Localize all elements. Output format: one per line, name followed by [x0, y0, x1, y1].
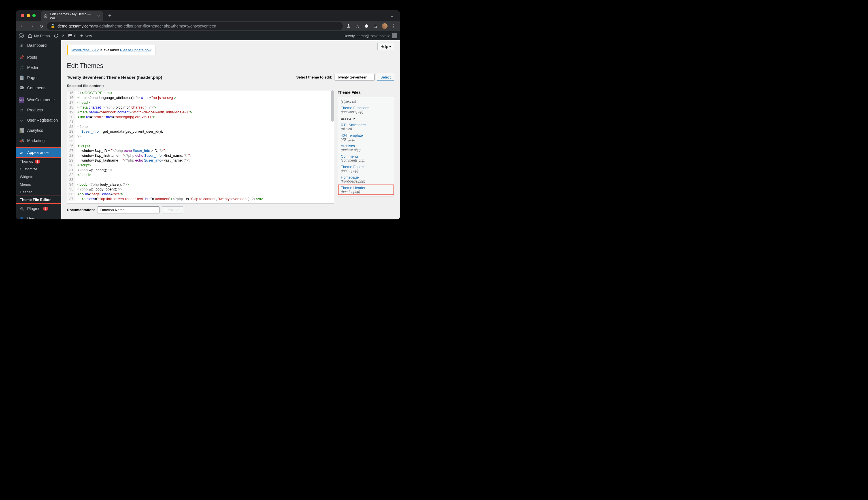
theme-file-item[interactable]: assets ▸ — [338, 115, 394, 122]
code-line[interactable]: 33 — [67, 177, 334, 182]
address-bar[interactable]: 🔒 demo.getsamy.com/wp-admin/theme-editor… — [47, 22, 343, 30]
sidebar-item-media[interactable]: 🎵Media — [16, 62, 61, 72]
pages-icon: 📄 — [19, 75, 24, 80]
theme-file-item[interactable]: 404 Template(404.php) — [338, 132, 394, 143]
tabs-dropdown-icon[interactable]: ⌄ — [387, 13, 397, 19]
chevron-down-icon: ▾ — [389, 45, 391, 49]
select-button[interactable]: Select — [377, 74, 394, 81]
sidebar-item-user-registration[interactable]: 🛡User Registration — [16, 115, 61, 125]
code-line[interactable]: 27 window.$wp_ID = "<?php echo $user_inf… — [67, 148, 334, 153]
sidebar-item-dashboard[interactable]: ◉Dashboard — [16, 40, 61, 50]
code-line[interactable]: 31<?php wp_head(); ?> — [67, 168, 334, 172]
wp-logo-icon[interactable] — [19, 33, 24, 38]
browser-tab[interactable]: Edit Themes ‹ My Demo — Wo… ✕ — [41, 11, 103, 21]
comment-icon: 💬 — [19, 85, 24, 91]
code-editor[interactable]: 15?><!DOCTYPE html>16<html <?php languag… — [67, 90, 334, 204]
tab-title: Edit Themes ‹ My Demo — Wo… — [50, 12, 95, 20]
code-line[interactable]: 26<script> — [67, 144, 334, 148]
close-window-button[interactable] — [21, 14, 24, 17]
code-line[interactable]: 36<div id="page" class="site"> — [67, 192, 334, 196]
function-select[interactable]: Function Name... — [97, 206, 160, 214]
code-line[interactable]: 19<meta name="viewport" content="width=d… — [67, 110, 334, 114]
code-line[interactable]: 35<?php wp_body_open(); ?> — [67, 187, 334, 192]
new-tab-button[interactable]: + — [106, 13, 114, 19]
code-line[interactable]: 21 — [67, 119, 334, 124]
bookmark-star-icon[interactable]: ☆ — [354, 22, 361, 30]
reload-button[interactable]: ⟳ — [37, 22, 45, 30]
sidebar-item-comments[interactable]: 💬Comments — [16, 83, 61, 93]
extensions-icon[interactable] — [363, 22, 371, 30]
code-line[interactable]: 18<meta charset="<?php bloginfo( 'charse… — [67, 105, 334, 110]
profile-avatar-icon[interactable] — [381, 22, 389, 30]
code-line[interactable]: 32</head> — [67, 172, 334, 177]
code-line[interactable]: 22<?php — [67, 124, 334, 129]
theme-file-item[interactable]: Theme Functions(functions.php) — [338, 105, 394, 115]
sidebar-item-woocommerce[interactable]: wooWooCommerce — [16, 95, 61, 105]
themes-badge: 5 — [35, 160, 40, 163]
file-heading: Twenty Seventeen: Theme Header (header.p… — [67, 75, 162, 80]
new-content-link[interactable]: + New — [80, 33, 92, 38]
sidebar-sub-themes[interactable]: Themes 5 — [16, 158, 61, 165]
maximize-window-button[interactable] — [32, 14, 36, 17]
forward-button[interactable]: → — [28, 22, 36, 30]
theme-file-item[interactable]: Archives(archive.php) — [338, 143, 394, 153]
plug-icon: 🔌 — [19, 206, 24, 212]
sidebar-item-users[interactable]: 👤Users — [16, 214, 61, 219]
user-avatar-icon — [392, 33, 397, 38]
code-line[interactable]: 23 $user_info = get_userdata(get_current… — [67, 129, 334, 134]
code-line[interactable]: 25 — [67, 139, 334, 144]
sidebar-item-appearance[interactable]: 🖌Appearance — [16, 147, 61, 158]
sidebar-item-marketing[interactable]: 📣Marketing — [16, 136, 61, 146]
code-line[interactable]: 30</script> — [67, 163, 334, 168]
updates-link[interactable]: 12 — [54, 33, 64, 38]
sidebar-sub-theme-file-editor[interactable]: Theme File Editor — [16, 196, 61, 204]
site-name-link[interactable]: My Demo — [28, 33, 50, 38]
theme-select[interactable]: Twenty Seventeen ⌄ — [335, 74, 374, 81]
code-line[interactable]: 37 <a class="skip-link screen-reader-tex… — [67, 196, 334, 201]
sidebar-sub-customize[interactable]: Customize — [16, 165, 61, 173]
share-icon[interactable] — [345, 22, 352, 30]
sidebar-sub-menus[interactable]: Menus — [16, 181, 61, 188]
site-name-text: My Demo — [34, 34, 50, 38]
minimize-window-button[interactable] — [27, 14, 30, 17]
sidebar-item-analytics[interactable]: 📊Analytics — [16, 125, 61, 136]
browser-tab-strip: Edit Themes ‹ My Demo — Wo… ✕ + ⌄ — [16, 10, 400, 21]
browser-toolbar: ← → ⟳ 🔒 demo.getsamy.com/wp-admin/theme-… — [16, 21, 400, 31]
sidebar-item-pages[interactable]: 📄Pages — [16, 72, 61, 83]
theme-file-item[interactable]: Homepage(front-page.php) — [338, 174, 394, 184]
sidebar-item-products[interactable]: 🗂Products — [16, 105, 61, 115]
close-tab-icon[interactable]: ✕ — [97, 14, 100, 19]
code-line[interactable]: 28 window.$wp_firstname = "<?php echo $u… — [67, 153, 334, 158]
theme-file-item[interactable]: Theme Header(header.php) — [338, 184, 394, 195]
code-line[interactable]: 17<head> — [67, 100, 334, 105]
theme-file-item[interactable]: (style.css) — [338, 98, 394, 105]
howdy-link[interactable]: Howdy, demo@rocketbots.io — [344, 33, 397, 38]
update-notice: WordPress 5.9.2 is available! Please upd… — [67, 45, 156, 55]
wp-version-link[interactable]: WordPress 5.9.2 — [71, 48, 99, 52]
sidebar-item-posts[interactable]: 📌Posts — [16, 52, 61, 62]
megaphone-icon: 📣 — [19, 138, 24, 144]
sidebar-item-plugins[interactable]: 🔌Plugins 6 — [16, 204, 61, 214]
help-tab[interactable]: Help ▾ — [377, 43, 394, 50]
browser-menu-icon[interactable]: ⋮ — [390, 22, 398, 30]
code-line[interactable]: 24?> — [67, 134, 334, 139]
comments-link[interactable]: 0 — [68, 33, 76, 38]
code-line[interactable]: 15?><!DOCTYPE html> — [67, 90, 334, 95]
brush-icon: 🖌 — [19, 150, 24, 155]
scrollbar[interactable] — [331, 90, 334, 122]
code-line[interactable]: 20<link rel="profile" href="http://gmpg.… — [67, 114, 334, 119]
code-line[interactable]: 16<html <?php language_attributes(); ?> … — [67, 95, 334, 100]
code-line[interactable]: 34<body <?php body_class(); ?>> — [67, 182, 334, 187]
lock-icon: 🔒 — [50, 24, 55, 29]
theme-file-item[interactable]: RTL Stylesheet(rtl.css) — [338, 122, 394, 132]
theme-file-item[interactable]: Comments(comments.php) — [338, 153, 394, 163]
code-line[interactable]: 29 window.$wp_lastname = "<?php echo $us… — [67, 158, 334, 163]
update-now-link[interactable]: Please update now — [120, 48, 151, 52]
sidebar-sub-header[interactable]: Header — [16, 188, 61, 196]
lookup-button[interactable]: Look Up — [162, 206, 183, 214]
reading-list-icon[interactable] — [372, 22, 380, 30]
theme-file-item[interactable]: Theme Footer(footer.php) — [338, 163, 394, 174]
back-button[interactable]: ← — [18, 22, 26, 30]
pin-icon: 📌 — [19, 54, 24, 60]
sidebar-sub-widgets[interactable]: Widgets — [16, 173, 61, 181]
